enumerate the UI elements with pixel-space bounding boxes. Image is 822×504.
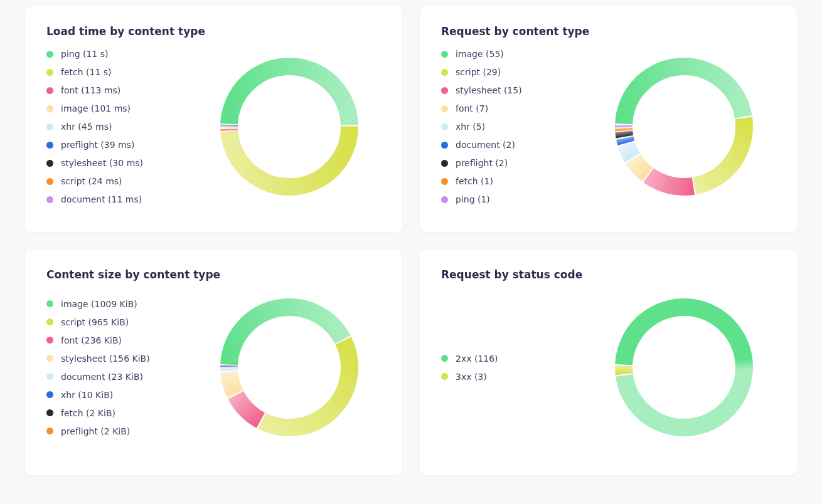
legend-item[interactable]: script (24 ms) [46,176,197,186]
legend-dot-icon [46,69,53,76]
legend-label: xhr (10 KiB) [61,390,113,400]
legend-item[interactable]: preflight (2) [441,158,592,168]
legend-label: image (1009 KiB) [61,299,137,309]
legend-item[interactable]: image (55) [441,49,592,59]
legend-item[interactable]: fetch (11 s) [46,67,197,77]
panel-load-time: Load time by content type ping (11 s)fet… [25,6,402,232]
legend-item[interactable]: fetch (2 KiB) [46,408,197,418]
legend-item[interactable]: ping (1) [441,194,592,204]
donut-slice[interactable] [624,307,744,428]
panel-title: Content size by content type [46,268,381,281]
legend-dot-icon [46,355,53,362]
legend-label: image (55) [456,49,504,59]
legend-label: font (236 KiB) [61,335,122,345]
legend-label: xhr (5) [456,122,485,132]
legend-item[interactable]: preflight (39 ms) [46,140,197,150]
legend-dot-icon [46,178,53,185]
legend-label: preflight (2) [456,158,508,168]
donut-slice[interactable] [624,366,624,374]
legend-label: stylesheet (156 KiB) [61,354,150,364]
legend-dot-icon [46,391,53,398]
legend-item[interactable]: script (29) [441,67,592,77]
legend-item[interactable]: xhr (5) [441,122,592,132]
legend-item[interactable]: image (101 ms) [46,103,197,113]
legend-dot-icon [46,373,53,380]
legend-label: document (11 ms) [61,194,142,204]
legend-dot-icon [46,87,53,94]
donut-slice[interactable] [648,176,693,187]
donut-status-code [592,292,776,443]
donut-slice[interactable] [229,126,350,187]
legend-item[interactable]: ping (11 s) [46,49,197,59]
legend-dot-icon [441,196,448,203]
panel-status-code: Request by status code 2xx (116)3xx (3) [420,249,797,475]
legend-content-size: image (1009 KiB)script (965 KiB)font (23… [46,299,197,436]
donut-slice[interactable] [624,66,744,124]
donut-slice[interactable] [229,307,343,365]
legend-item[interactable]: font (7) [441,103,592,113]
legend-dot-icon [441,142,448,149]
legend-label: stylesheet (15) [456,85,522,95]
legend-dot-icon [46,337,53,344]
legend-item[interactable]: stylesheet (15) [441,85,592,95]
legend-dot-icon [441,160,448,167]
donut-slice[interactable] [633,159,647,175]
legend-item[interactable]: font (236 KiB) [46,335,197,345]
legend-label: ping (1) [456,194,490,204]
legend-dot-icon [46,160,53,167]
legend-dot-icon [441,87,448,94]
legend-dot-icon [441,69,448,76]
legend-item[interactable]: preflight (2 KiB) [46,426,197,436]
legend-item[interactable]: xhr (45 ms) [46,122,197,132]
legend-label: fetch (1) [456,176,493,186]
legend-label: 2xx (116) [456,354,498,364]
legend-label: script (29) [456,67,501,77]
legend-dot-icon [46,300,53,307]
legend-label: preflight (39 ms) [61,140,134,150]
legend-item[interactable]: fetch (1) [441,176,592,186]
legend-item[interactable]: xhr (10 KiB) [46,390,197,400]
donut-slice[interactable] [229,66,350,125]
legend-label: font (113 ms) [61,85,120,95]
legend-item[interactable]: image (1009 KiB) [46,299,197,309]
legend-label: font (7) [456,103,488,113]
legend-label: document (23 KiB) [61,372,143,382]
legend-dot-icon [46,51,53,58]
donut-slice[interactable] [624,138,626,143]
donut-load-time [197,51,381,202]
panel-content-size: Content size by content type image (1009… [25,249,402,475]
legend-dot-icon [46,123,53,130]
donut-slice[interactable] [694,118,744,186]
legend-label: preflight (2 KiB) [61,426,130,436]
donut-chart [612,55,755,198]
legend-item[interactable]: 2xx (116) [441,354,592,364]
donut-slice[interactable] [229,372,235,394]
donut-slice[interactable] [626,144,633,158]
legend-item[interactable]: stylesheet (30 ms) [46,158,197,168]
legend-label: script (965 KiB) [61,317,129,327]
legend-item[interactable]: document (2) [441,140,592,150]
legend-item[interactable]: 3xx (3) [441,372,592,382]
legend-dot-icon [46,409,53,416]
legend-item[interactable]: font (113 ms) [46,85,197,95]
donut-slice[interactable] [624,132,624,137]
legend-dot-icon [46,105,53,112]
donut-slice[interactable] [235,395,260,420]
legend-item[interactable]: stylesheet (156 KiB) [46,354,197,364]
donut-slice[interactable] [262,341,350,428]
donut-chart [218,296,361,439]
dashboard-grid: Load time by content type ping (11 s)fet… [0,0,822,494]
legend-dot-icon [46,196,53,203]
legend-dot-icon [441,355,448,362]
legend-label: ping (11 s) [61,49,108,59]
legend-label: fetch (2 KiB) [61,408,115,418]
legend-dot-icon [441,51,448,58]
donut-request-type [592,51,776,202]
legend-item[interactable]: document (11 ms) [46,194,197,204]
panel-request-type: Request by content type image (55)script… [420,6,797,232]
legend-item[interactable]: script (965 KiB) [46,317,197,327]
legend-dot-icon [441,373,448,380]
legend-label: fetch (11 s) [61,67,112,77]
panel-title: Request by content type [441,25,776,38]
legend-item[interactable]: document (23 KiB) [46,372,197,382]
